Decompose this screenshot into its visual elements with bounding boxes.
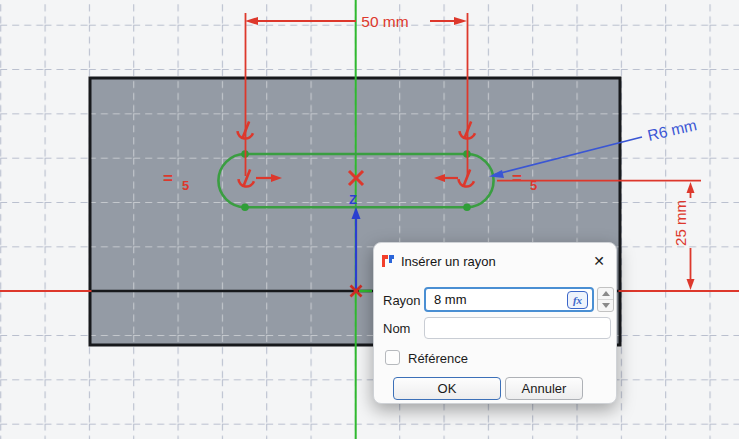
cancel-button[interactable]: Annuler — [505, 377, 583, 400]
nom-row: Nom — [374, 317, 616, 340]
spinner-up-button[interactable] — [598, 288, 613, 300]
spinner-down-icon — [602, 303, 610, 308]
z-axis-label: Z — [349, 192, 357, 207]
tangent-point[interactable] — [241, 203, 249, 211]
cad-viewport: 50 mm 25 mm = — [0, 0, 739, 439]
reference-checkbox[interactable] — [385, 350, 400, 365]
close-icon[interactable]: ✕ — [590, 252, 608, 270]
dimension-height-label[interactable]: 25 mm — [672, 200, 689, 246]
rayon-input[interactable] — [426, 292, 544, 307]
svg-text:5: 5 — [182, 178, 189, 193]
dialog-titlebar[interactable]: Insérer un rayon ✕ — [374, 243, 616, 275]
fx-expression-icon[interactable]: fx — [567, 291, 588, 309]
insert-radius-dialog: Insérer un rayon ✕ Rayon : fx Nom Référe… — [373, 242, 617, 404]
dimension-width-label[interactable]: 50 mm — [361, 13, 408, 30]
dialog-title: Insérer un rayon — [401, 254, 590, 269]
tangent-point[interactable] — [463, 203, 471, 211]
rayon-row: Rayon : fx — [374, 287, 616, 313]
nom-input[interactable] — [425, 318, 610, 338]
rayon-label: Rayon : — [383, 293, 428, 308]
fusion-logo-icon — [381, 254, 395, 268]
nom-input-wrapper — [424, 317, 611, 339]
svg-text:5: 5 — [530, 178, 537, 193]
rayon-input-wrapper: fx — [424, 287, 594, 312]
dialog-buttons: OK Annuler — [374, 377, 616, 400]
svg-text:=: = — [163, 169, 173, 188]
reference-row: Référence — [374, 349, 616, 367]
spinner-up-icon — [602, 291, 610, 296]
svg-text:=: = — [512, 169, 522, 188]
spinner-down-button[interactable] — [598, 300, 613, 311]
nom-label: Nom — [383, 321, 410, 336]
rayon-spinner — [597, 287, 614, 312]
reference-label: Référence — [408, 351, 468, 366]
sketch-canvas: 50 mm 25 mm = — [0, 0, 739, 439]
ok-button[interactable]: OK — [393, 377, 501, 400]
